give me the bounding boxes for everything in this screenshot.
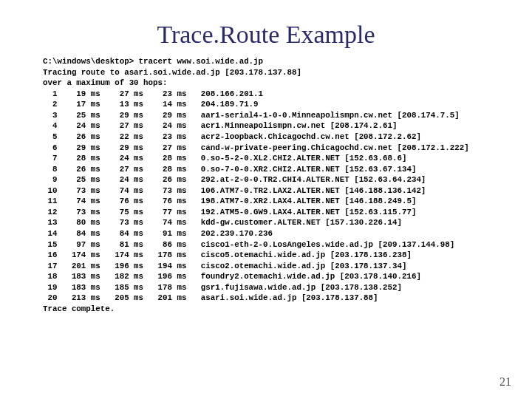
resolve-line: Tracing route to asari.soi.wide.ad.jp [2… [43,68,301,77]
over-line: over a maximum of 30 hops: [43,78,167,87]
hops-block: 1 19 ms 27 ms 23 ms 208.166.201.1 2 17 m… [43,89,469,303]
page-number: 21 [499,375,511,389]
complete-line: Trace complete. [43,304,115,313]
page-title: Trace.Route Example [0,21,532,49]
cmd-line: C:\windows\desktop> tracert www.soi.wide… [43,57,263,66]
traceroute-output: C:\windows\desktop> tracert www.soi.wide… [43,56,532,315]
